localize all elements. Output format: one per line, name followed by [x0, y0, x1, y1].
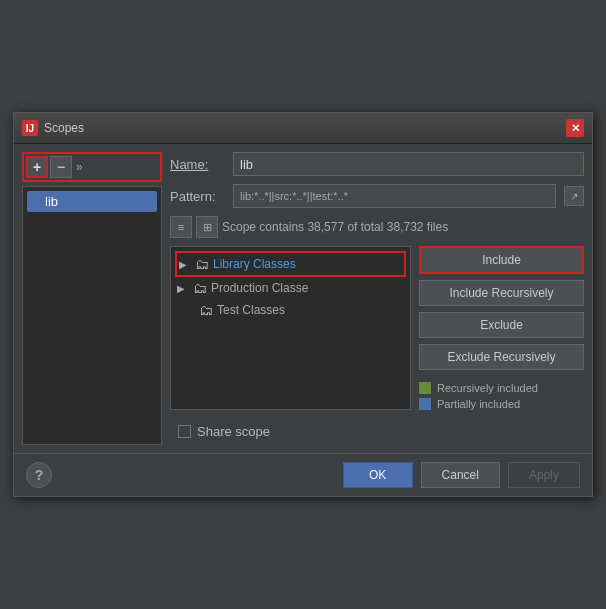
- tree-label-production-classes: Production Classe: [211, 281, 308, 295]
- legend-green-dot: [419, 382, 431, 394]
- tree-arrow-2: ▶: [177, 283, 189, 294]
- tree-label-test-classes: Test Classes: [217, 303, 285, 317]
- expand-pattern-button[interactable]: ↗: [564, 186, 584, 206]
- legend-blue-dot: [419, 398, 431, 410]
- scope-item-label: lib: [45, 194, 58, 209]
- tree-item-library-classes[interactable]: ▶ 🗂 Library Classes: [175, 251, 406, 277]
- help-button[interactable]: ?: [26, 462, 52, 488]
- more-options[interactable]: »: [76, 160, 83, 174]
- folder-icon-3: 🗂: [199, 302, 213, 318]
- tree-icon-btn-2[interactable]: ⊞: [196, 216, 218, 238]
- include-recursively-button[interactable]: Include Recursively: [419, 280, 584, 306]
- share-scope-row: Share scope: [178, 424, 576, 439]
- scope-dot: [31, 197, 41, 207]
- scope-toolbar: + − »: [22, 152, 162, 182]
- legend-recursively: Recursively included: [419, 382, 584, 394]
- add-scope-button[interactable]: +: [26, 156, 48, 178]
- title-bar-left: IJ Scopes: [22, 120, 84, 136]
- pattern-input[interactable]: [233, 184, 556, 208]
- left-panel: + − » lib: [22, 152, 162, 445]
- close-button[interactable]: ✕: [566, 119, 584, 137]
- tree-arrow-1: ▶: [179, 259, 191, 270]
- tree-toolbar: ≡ ⊞ Scope contains 38,577 of total 38,73…: [170, 216, 584, 238]
- right-panel: Name: Pattern: ↗ ≡ ⊞ Scope contains 38,5…: [170, 152, 584, 445]
- tree-item-test-classes[interactable]: 🗂 Test Classes: [175, 299, 406, 321]
- share-scope-checkbox[interactable]: [178, 425, 191, 438]
- legend-recursively-label: Recursively included: [437, 382, 538, 394]
- name-row: Name:: [170, 152, 584, 176]
- ok-button[interactable]: OK: [343, 462, 413, 488]
- file-tree: ▶ 🗂 Library Classes ▶ 🗂 Production Class…: [170, 246, 411, 410]
- dialog-title: Scopes: [44, 121, 84, 135]
- legend-partially-label: Partially included: [437, 398, 520, 410]
- name-input[interactable]: [233, 152, 584, 176]
- exclude-recursively-button[interactable]: Exclude Recursively: [419, 344, 584, 370]
- tree-icon-btn-1[interactable]: ≡: [170, 216, 192, 238]
- main-area: ▶ 🗂 Library Classes ▶ 🗂 Production Class…: [170, 246, 584, 410]
- cancel-button[interactable]: Cancel: [421, 462, 500, 488]
- scope-list: lib: [22, 186, 162, 445]
- exclude-button[interactable]: Exclude: [419, 312, 584, 338]
- footer-buttons: OK Cancel Apply: [343, 462, 580, 488]
- folder-icon-2: 🗂: [193, 280, 207, 296]
- app-icon: IJ: [22, 120, 38, 136]
- pattern-label: Pattern:: [170, 189, 225, 204]
- tree-item-production-classes[interactable]: ▶ 🗂 Production Classe: [175, 277, 406, 299]
- legend: Recursively included Partially included: [419, 382, 584, 410]
- scope-list-item[interactable]: lib: [27, 191, 157, 212]
- bottom-area: Share scope: [170, 418, 584, 445]
- title-bar: IJ Scopes ✕: [14, 113, 592, 144]
- action-panel: Include Include Recursively Exclude Excl…: [419, 246, 584, 410]
- dialog-footer: ? OK Cancel Apply: [14, 453, 592, 496]
- tree-label-library-classes: Library Classes: [213, 257, 296, 271]
- share-scope-label: Share scope: [197, 424, 270, 439]
- scopes-dialog: IJ Scopes ✕ + − » lib: [13, 112, 593, 497]
- remove-scope-button[interactable]: −: [50, 156, 72, 178]
- status-text: Scope contains 38,577 of total 38,732 fi…: [222, 218, 448, 236]
- legend-partially: Partially included: [419, 398, 584, 410]
- pattern-row: Pattern: ↗: [170, 184, 584, 208]
- folder-icon-1: 🗂: [195, 256, 209, 272]
- apply-button[interactable]: Apply: [508, 462, 580, 488]
- include-button[interactable]: Include: [419, 246, 584, 274]
- name-label: Name:: [170, 157, 225, 172]
- dialog-body: + − » lib Name: Pat: [14, 144, 592, 453]
